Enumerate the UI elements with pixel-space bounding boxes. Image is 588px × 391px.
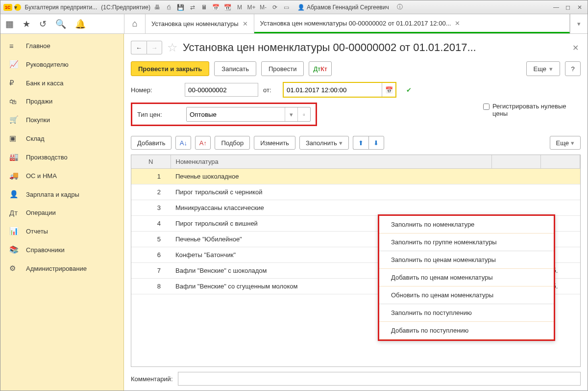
write-button[interactable]: Записать	[214, 61, 256, 76]
table-row[interactable]: 2Пирог тирольский с черникой	[131, 184, 580, 200]
tab-close-icon[interactable]: ✕	[455, 20, 460, 27]
comment-input[interactable]	[178, 372, 581, 386]
save-icon[interactable]: 💾	[176, 2, 186, 12]
calendar-picker-icon[interactable]: 📅	[382, 83, 395, 97]
calc-icon[interactable]: 🖩	[199, 2, 209, 12]
fill-menu-item-4[interactable]: Обновить по ценам номенклатуры	[379, 287, 554, 304]
document-title: Установка цен номенклатуры 00-00000002 о…	[183, 41, 565, 54]
sidebar-item-cart[interactable]: 🛒Покупки	[0, 110, 123, 129]
date-input[interactable]	[284, 83, 382, 97]
sidebar-item-bag[interactable]: 🛍Продажи	[0, 92, 123, 110]
info-icon[interactable]: ⓘ	[395, 2, 405, 12]
register-zero-prices-checkbox[interactable]: Регистрировать нулевые цены	[483, 103, 581, 117]
tab-0[interactable]: Установка цен номенклатуры✕	[146, 14, 254, 33]
sidebar-item-bars[interactable]: 📊Отчеты	[0, 222, 123, 240]
preview-icon[interactable]: ⎙	[164, 2, 174, 12]
favorite-icon[interactable]: ★	[23, 19, 30, 29]
ruble-icon: ₽	[9, 78, 19, 87]
price-type-select[interactable]: ▾ ▫	[186, 107, 311, 122]
document-status-icon: ✔	[406, 86, 412, 94]
date-icon[interactable]: 📆	[223, 2, 233, 12]
calendar-icon[interactable]: 📅	[211, 2, 221, 12]
table-more-button[interactable]: Еще ▾	[550, 136, 581, 150]
fill-menu-item-0[interactable]: Заполнить по номенклатуре	[379, 216, 554, 234]
col-header-n[interactable]: N	[131, 155, 171, 169]
cell-nomenclature: Печенье шоколадное	[171, 169, 492, 184]
dtkt-button[interactable]: ДтКт	[309, 61, 331, 76]
nav-back-button[interactable]: ←	[131, 41, 147, 54]
zoom-mplus-icon[interactable]: M+	[246, 2, 256, 12]
sidebar-item-chart[interactable]: 📈Руководителю	[0, 55, 123, 74]
favorite-star-icon[interactable]: ☆	[167, 41, 178, 54]
minimize-button[interactable]: —	[551, 2, 561, 12]
refresh-icon[interactable]: ⟳	[270, 2, 280, 12]
sidebar-item-truck[interactable]: 🚚ОС и НМА	[0, 166, 123, 185]
date-label: от:	[263, 86, 278, 94]
window-list-icon[interactable]: ▭	[282, 2, 292, 12]
compare-icon[interactable]: ⇄	[188, 2, 197, 12]
maximize-button[interactable]: ◻	[563, 2, 573, 12]
sidebar-item-label: ОС и НМА	[26, 172, 57, 180]
fill-button[interactable]: Заполнить ▾	[299, 136, 349, 150]
fill-menu-item-1[interactable]: Заполнить по группе номенклатуры	[379, 234, 554, 251]
app-menu-dropdown[interactable]: ▾	[14, 4, 21, 11]
col-header-currency[interactable]	[541, 155, 580, 169]
sidebar-item-label: Банк и касса	[26, 79, 64, 87]
comment-label: Комментарий:	[131, 375, 173, 383]
platform-name: (1С:Предприятие)	[101, 4, 150, 11]
sort-desc-button[interactable]: А↑	[195, 136, 211, 150]
search-icon[interactable]: 🔍	[55, 19, 66, 29]
sidebar-item-label: Склад	[26, 135, 45, 142]
col-header-price[interactable]	[492, 155, 541, 169]
sidebar-item-gear[interactable]: ⚙Администрирование	[0, 259, 123, 278]
zoom-m-icon[interactable]: M	[235, 2, 245, 12]
current-user[interactable]: 👤 Абрамов Геннадий Сергеевич	[297, 4, 389, 11]
sidebar-item-person[interactable]: 👤Зарплата и кадры	[0, 185, 123, 204]
sort-asc-button[interactable]: А↓	[175, 136, 191, 150]
register-zero-checkbox-input[interactable]	[483, 104, 490, 110]
number-input[interactable]	[185, 83, 258, 97]
sidebar-item-label: Производство	[26, 154, 68, 161]
nav-forward-button[interactable]: →	[147, 41, 162, 54]
sidebar-item-label: Зарплата и кадры	[26, 191, 79, 198]
change-button[interactable]: Изменить	[254, 136, 295, 150]
fill-menu-item-5[interactable]: Заполнить по поступлению	[379, 304, 554, 322]
tab-1[interactable]: Установка цен номенклатуры 00-00000002 о…	[254, 14, 570, 33]
sidebar-item-label: Операции	[26, 209, 56, 216]
fill-menu-item-6[interactable]: Добавить по поступлению	[379, 322, 554, 339]
table-row[interactable]: 3Миникруассаны классические	[131, 200, 580, 216]
help-button[interactable]: ?	[565, 61, 581, 76]
home-button[interactable]: ⌂	[124, 14, 146, 33]
col-header-nomenclature[interactable]: Номенклатура	[171, 155, 492, 169]
price-type-open-icon[interactable]: ▫	[297, 107, 310, 121]
more-actions-button[interactable]: Еще▾	[526, 61, 560, 76]
tab-close-icon[interactable]: ✕	[243, 20, 248, 27]
price-type-input[interactable]	[187, 107, 285, 121]
sidebar-item-factory[interactable]: 🏭Производство	[0, 148, 123, 166]
document-close-button[interactable]: ✕	[570, 41, 581, 54]
post-button[interactable]: Провести	[261, 61, 304, 76]
sidebar-item-dtkt[interactable]: ДтОперации	[0, 204, 123, 222]
apps-grid-icon[interactable]: ▦	[5, 19, 14, 29]
post-and-close-button[interactable]: Провести и закрыть	[131, 61, 209, 76]
zoom-mminus-icon[interactable]: M-	[258, 2, 268, 12]
move-up-button[interactable]: ⬆	[353, 136, 368, 150]
sidebar-item-menu[interactable]: ≡Главное	[0, 37, 123, 55]
print-icon[interactable]: 🖶	[152, 2, 162, 12]
history-icon[interactable]: ↺	[39, 19, 47, 29]
pick-button[interactable]: Подбор	[215, 136, 250, 150]
fill-menu-item-2[interactable]: Заполнить по ценам номенклатуры	[379, 251, 554, 269]
move-down-button[interactable]: ⬇	[368, 136, 384, 150]
sidebar-item-ruble[interactable]: ₽Банк и касса	[0, 74, 123, 92]
table-row[interactable]: 1Печенье шоколадное	[131, 169, 580, 184]
section-sidebar: ≡Главное📈Руководителю₽Банк и касса🛍Прода…	[0, 34, 124, 391]
price-type-dropdown-icon[interactable]: ▾	[285, 107, 297, 121]
tabs-overflow[interactable]: ▾	[570, 14, 588, 33]
fill-menu-item-3[interactable]: Добавить по ценам номенклатуры	[379, 269, 554, 287]
sidebar-item-boxes[interactable]: ▣Склад	[0, 129, 123, 148]
bag-icon: 🛍	[9, 97, 19, 105]
add-row-button[interactable]: Добавить	[131, 136, 172, 150]
sidebar-item-books[interactable]: 📚Справочники	[0, 240, 123, 259]
notifications-icon[interactable]: 🔔	[75, 19, 86, 29]
close-button[interactable]: ✕	[575, 2, 585, 12]
